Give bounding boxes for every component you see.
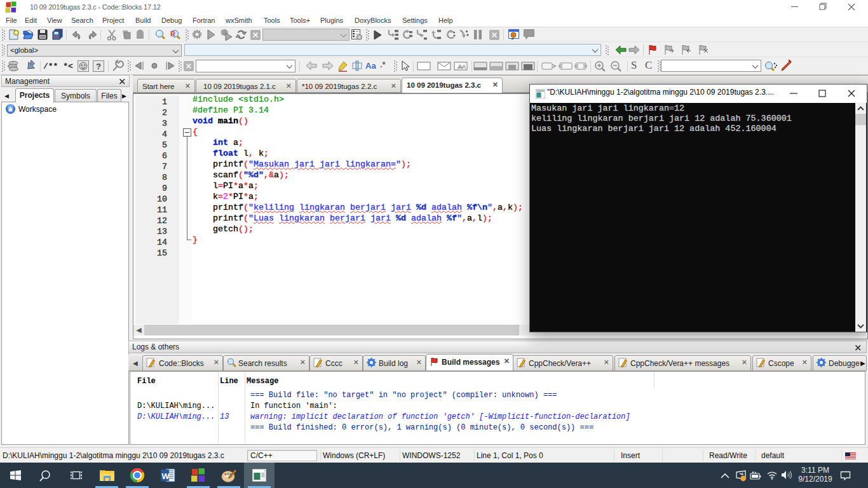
svg-text:?: ? [96,62,101,71]
svg-text:R: R [170,30,175,37]
svg-text:W: W [162,471,170,481]
svg-text:A: A [462,64,466,70]
